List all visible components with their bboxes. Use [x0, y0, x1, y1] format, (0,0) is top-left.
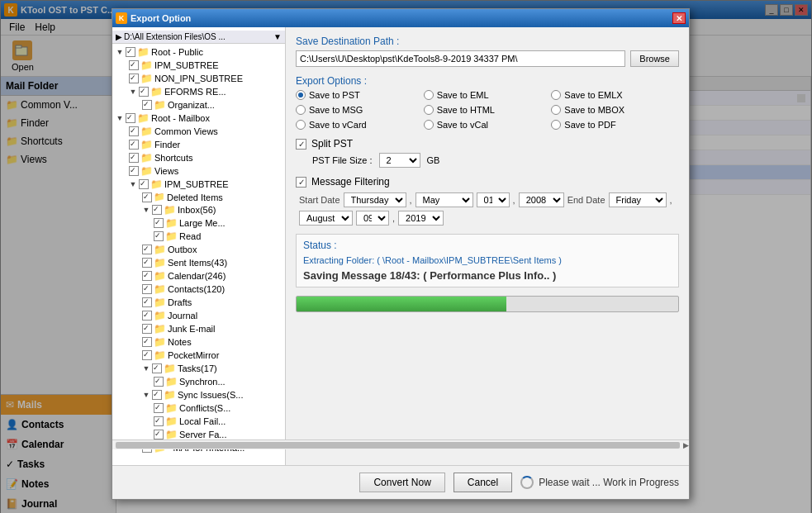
cb-read[interactable]	[154, 231, 164, 241]
tree-root-mailbox[interactable]: ▼ 📁 Root - Mailbox	[112, 112, 285, 125]
tree-root-public[interactable]: ▼ 📁 Root - Public	[112, 45, 285, 59]
cb-server-fa[interactable]	[154, 430, 164, 439]
tree-non-ipn[interactable]: 📁 NON_IPN_SUBTREE	[112, 72, 285, 85]
radio-save-pdf[interactable]: Save to PDF	[551, 120, 679, 130]
save-destination-section: Save Destination Path : Browse	[296, 36, 679, 67]
cb-finder[interactable]	[129, 140, 139, 150]
end-day-select[interactable]: FridayMonday	[609, 192, 667, 207]
end-year-select[interactable]: 2019	[398, 211, 444, 226]
msg-filter-checkbox[interactable]	[296, 177, 306, 188]
tree-large-me[interactable]: 📁 Large Me...	[112, 216, 285, 230]
dialog-close-button[interactable]: ✕	[672, 12, 686, 24]
tree-synchron[interactable]: 📁 Synchron...	[112, 375, 285, 388]
cb-local-fail[interactable]	[154, 416, 164, 426]
radio-dot-vcard[interactable]	[296, 120, 306, 130]
radio-dot-pdf[interactable]	[551, 120, 561, 130]
tree-shortcuts[interactable]: 📁 Shortcuts	[112, 151, 285, 164]
cb-sent[interactable]	[142, 258, 152, 268]
cb-common-views[interactable]	[129, 126, 139, 136]
cb-conflicts[interactable]	[154, 403, 164, 413]
radio-save-vcard[interactable]: Save to vCard	[296, 120, 424, 130]
radio-dot-pst[interactable]	[296, 90, 306, 100]
convert-now-button[interactable]: Convert Now	[359, 473, 444, 492]
cb-inbox[interactable]	[152, 205, 162, 215]
cb-pocket-mirror[interactable]	[142, 350, 152, 360]
cb-calendar-tree[interactable]	[142, 271, 152, 281]
export-options-section: Export Options : Save to PST Save to EML…	[296, 75, 679, 130]
tree-eforms[interactable]: ▼ 📁 EFORMS RE...	[112, 85, 285, 98]
tree-organizat[interactable]: 📁 Organizat...	[112, 98, 285, 112]
tree-scrollbar-thumb[interactable]	[116, 442, 286, 449]
tree-ipm-subtree[interactable]: 📁 IPM_SUBTREE	[112, 59, 285, 72]
cb-deleted[interactable]	[142, 192, 152, 202]
radio-dot-msg[interactable]	[296, 105, 306, 115]
start-month-select[interactable]: MayJanuary	[415, 192, 473, 207]
radio-save-eml[interactable]: Save to EML	[424, 90, 552, 100]
cb-views[interactable]	[129, 166, 139, 176]
radio-save-mbox[interactable]: Save to MBOX	[551, 105, 679, 115]
cb-tasks-tree[interactable]	[152, 363, 162, 373]
cb-outbox[interactable]	[142, 245, 152, 254]
end-date-label: End Date	[567, 195, 605, 205]
cb-notes-tree[interactable]	[142, 337, 152, 347]
cb-root-public[interactable]	[126, 47, 135, 57]
tree-conflicts[interactable]: 📁 Conflicts(S...	[112, 401, 285, 415]
radio-dot-vcal[interactable]	[424, 120, 434, 130]
start-year-select[interactable]: 2008	[519, 192, 564, 207]
cb-organizat[interactable]	[142, 100, 152, 110]
cb-drafts[interactable]	[142, 297, 152, 307]
cb-non-ipn[interactable]	[129, 74, 139, 83]
pst-file-size-select[interactable]: 2 5 10	[379, 153, 420, 168]
tree-finder[interactable]: 📁 Finder	[112, 138, 285, 151]
tree-inbox[interactable]: ▼ 📁 Inbox(56)	[112, 203, 285, 216]
tree-notes[interactable]: 📁 Notes	[112, 335, 285, 349]
tree-calendar[interactable]: 📁 Calendar(246)	[112, 269, 285, 283]
save-path-input[interactable]	[296, 50, 625, 67]
cb-synchron[interactable]	[154, 377, 164, 387]
tree-junk[interactable]: 📁 Junk E-mail	[112, 322, 285, 335]
tree-local-fail[interactable]: 📁 Local Fail...	[112, 415, 285, 428]
radio-dot-html[interactable]	[424, 105, 434, 115]
tree-contacts[interactable]: 📁 Contacts(120)	[112, 283, 285, 296]
extracting-link[interactable]: Extracting Folder: ( \Root - Mailbox\IPM…	[303, 255, 562, 265]
cb-large-me[interactable]	[154, 218, 164, 228]
tree-sync-issues[interactable]: ▼ 📁 Sync Issues(S...	[112, 388, 285, 401]
end-date-select[interactable]: 09	[356, 211, 389, 226]
folder-icon-organizat: 📁	[154, 99, 166, 111]
tree-sent-items[interactable]: 📁 Sent Items(43)	[112, 256, 285, 269]
cancel-button[interactable]: Cancel	[453, 473, 512, 492]
cb-ipm-mailbox[interactable]	[139, 179, 149, 189]
cb-contacts-tree[interactable]	[142, 284, 152, 294]
cb-eforms[interactable]	[139, 87, 149, 97]
start-date-select[interactable]: 01	[477, 192, 510, 207]
tree-common-views[interactable]: 📁 Common Views	[112, 125, 285, 138]
tree-outbox[interactable]: 📁 Outbox	[112, 243, 285, 256]
tree-scrollbar[interactable]: ▶	[112, 439, 286, 449]
radio-save-emlx[interactable]: Save to EMLX	[551, 90, 679, 100]
radio-save-msg[interactable]: Save to MSG	[296, 105, 424, 115]
tree-read[interactable]: 📁 Read	[112, 230, 285, 243]
cb-ipm-subtree[interactable]	[129, 60, 139, 70]
cb-root-mailbox[interactable]	[126, 113, 135, 123]
cb-sync-issues[interactable]	[152, 390, 162, 400]
cb-journal-tree[interactable]	[142, 311, 152, 321]
tree-ipm-subtree-mailbox[interactable]: ▼ 📁 IPM_SUBTREE	[112, 178, 285, 191]
radio-save-html[interactable]: Save to HTML	[424, 105, 552, 115]
tree-tasks[interactable]: ▼ 📁 Tasks(17)	[112, 362, 285, 375]
start-day-select[interactable]: ThursdayMondayFriday	[344, 192, 406, 207]
tree-drafts[interactable]: 📁 Drafts	[112, 296, 285, 309]
cb-shortcuts[interactable]	[129, 153, 139, 163]
tree-views[interactable]: 📁 Views	[112, 164, 285, 178]
end-month-select[interactable]: August	[299, 211, 353, 226]
tree-pocket-mirror[interactable]: 📁 PocketMirror	[112, 349, 285, 362]
radio-dot-mbox[interactable]	[551, 105, 561, 115]
radio-dot-eml[interactable]	[424, 90, 434, 100]
tree-journal[interactable]: 📁 Journal	[112, 309, 285, 322]
cb-junk[interactable]	[142, 324, 152, 334]
tree-deleted-items[interactable]: 📁 Deleted Items	[112, 191, 285, 203]
radio-save-vcal[interactable]: Save to vCal	[424, 120, 552, 130]
browse-button[interactable]: Browse	[630, 50, 679, 67]
radio-save-pst[interactable]: Save to PST	[296, 90, 424, 100]
radio-dot-emlx[interactable]	[551, 90, 561, 100]
split-pst-checkbox[interactable]	[296, 139, 306, 150]
